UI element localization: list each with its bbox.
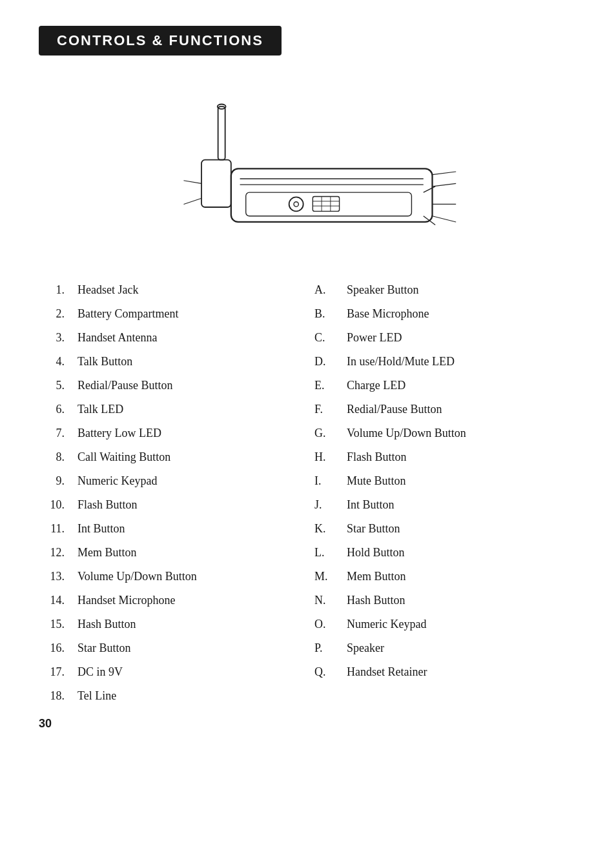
list-label: In use/Hold/Mute LED — [347, 353, 455, 370]
svg-rect-0 — [218, 106, 225, 159]
list-item: 3.Handset Antenna — [39, 329, 289, 347]
list-item: 2.Battery Compartment — [39, 305, 289, 323]
list-letter: J. — [314, 496, 334, 514]
list-item: 15.Hash Button — [39, 616, 289, 633]
list-label: Call Waiting Button — [77, 449, 170, 466]
list-item: A.Speaker Button — [314, 281, 564, 299]
list-item: 14.Handset Microphone — [39, 592, 289, 609]
list-label: Base Microphone — [347, 305, 429, 323]
list-letter: M. — [314, 568, 334, 585]
list-number: 4. — [39, 353, 65, 370]
right-list-column: A.Speaker ButtonB.Base MicrophoneC.Power… — [302, 281, 577, 711]
list-letter: N. — [314, 592, 334, 609]
list-item: D.In use/Hold/Mute LED — [314, 353, 564, 370]
list-item: E.Charge LED — [314, 377, 564, 394]
list-letter: Q. — [314, 663, 334, 681]
list-number: 12. — [39, 544, 65, 561]
list-item: 11.Int Button — [39, 520, 289, 538]
list-label: Tel Line — [77, 687, 116, 705]
list-label: Mem Button — [77, 544, 137, 561]
list-item: H.Flash Button — [314, 449, 564, 466]
list-letter: G. — [314, 425, 334, 442]
list-item: 12.Mem Button — [39, 544, 289, 561]
list-number: 3. — [39, 329, 65, 347]
list-label: Power LED — [347, 329, 402, 347]
list-number: 9. — [39, 472, 65, 490]
list-letter: I. — [314, 472, 334, 490]
list-number: 5. — [39, 377, 65, 394]
list-item: 7.Battery Low LED — [39, 425, 289, 442]
device-svg — [147, 101, 469, 243]
list-label: Mem Button — [347, 568, 406, 585]
list-label: Flash Button — [77, 496, 138, 514]
svg-rect-2 — [201, 160, 231, 207]
list-number: 15. — [39, 616, 65, 633]
list-label: Flash Button — [347, 449, 407, 466]
list-label: Battery Low LED — [77, 425, 161, 442]
list-label: Handset Retainer — [347, 663, 427, 681]
list-number: 17. — [39, 663, 65, 681]
list-letter: H. — [314, 449, 334, 466]
list-item: Q.Handset Retainer — [314, 663, 564, 681]
list-label: Volume Up/Down Button — [77, 568, 197, 585]
list-item: N.Hash Button — [314, 592, 564, 609]
list-item: P.Speaker — [314, 640, 564, 657]
list-item: 10.Flash Button — [39, 496, 289, 514]
list-number: 6. — [39, 401, 65, 418]
list-label: Redial/Pause Button — [347, 401, 442, 418]
list-item: 17.DC in 9V — [39, 663, 289, 681]
list-item: 13.Volume Up/Down Button — [39, 568, 289, 585]
list-label: Star Button — [347, 520, 400, 538]
list-label: Hash Button — [77, 616, 136, 633]
lists-container: 1.Headset Jack2.Battery Compartment3.Han… — [39, 281, 577, 711]
list-label: Hash Button — [347, 592, 406, 609]
list-item: 5.Redial/Pause Button — [39, 377, 289, 394]
list-number: 18. — [39, 687, 65, 705]
svg-line-17 — [433, 183, 457, 187]
list-label: Volume Up/Down Button — [347, 425, 466, 442]
list-letter: K. — [314, 520, 334, 538]
device-illustration — [39, 88, 577, 256]
list-label: Hold Button — [347, 544, 405, 561]
list-item: F.Redial/Pause Button — [314, 401, 564, 418]
left-list-column: 1.Headset Jack2.Battery Compartment3.Han… — [39, 281, 302, 711]
list-number: 16. — [39, 640, 65, 657]
list-letter: F. — [314, 401, 334, 418]
list-label: Headset Jack — [77, 281, 138, 299]
list-number: 1. — [39, 281, 65, 299]
list-item: 9.Numeric Keypad — [39, 472, 289, 490]
svg-point-7 — [289, 197, 303, 211]
list-item: M.Mem Button — [314, 568, 564, 585]
list-number: 7. — [39, 425, 65, 442]
list-item: L.Hold Button — [314, 544, 564, 561]
list-label: Battery Compartment — [77, 305, 178, 323]
list-letter: A. — [314, 281, 334, 299]
svg-line-21 — [184, 198, 202, 204]
list-item: 8.Call Waiting Button — [39, 449, 289, 466]
list-item: 4.Talk Button — [39, 353, 289, 370]
list-label: Talk LED — [77, 401, 123, 418]
list-letter: L. — [314, 544, 334, 561]
list-label: Numeric Keypad — [347, 616, 426, 633]
list-item: O.Numeric Keypad — [314, 616, 564, 633]
page-title: CONTROLS & FUNCTIONS — [57, 32, 263, 48]
list-label: Speaker Button — [347, 281, 418, 299]
header-bar: CONTROLS & FUNCTIONS — [39, 26, 282, 56]
page-number: 30 — [39, 717, 52, 731]
list-number: 10. — [39, 496, 65, 514]
list-item: 6.Talk LED — [39, 401, 289, 418]
list-label: Speaker — [347, 640, 384, 657]
list-label: Handset Microphone — [77, 592, 175, 609]
list-item: 16.Star Button — [39, 640, 289, 657]
svg-line-14 — [424, 187, 435, 192]
list-item: C.Power LED — [314, 329, 564, 347]
list-label: Talk Button — [77, 353, 132, 370]
list-label: Mute Button — [347, 472, 406, 490]
list-number: 13. — [39, 568, 65, 585]
list-label: Redial/Pause Button — [77, 377, 173, 394]
list-letter: E. — [314, 377, 334, 394]
list-label: Int Button — [77, 520, 125, 538]
svg-line-15 — [424, 216, 435, 225]
list-letter: D. — [314, 353, 334, 370]
list-label: Numeric Keypad — [77, 472, 157, 490]
